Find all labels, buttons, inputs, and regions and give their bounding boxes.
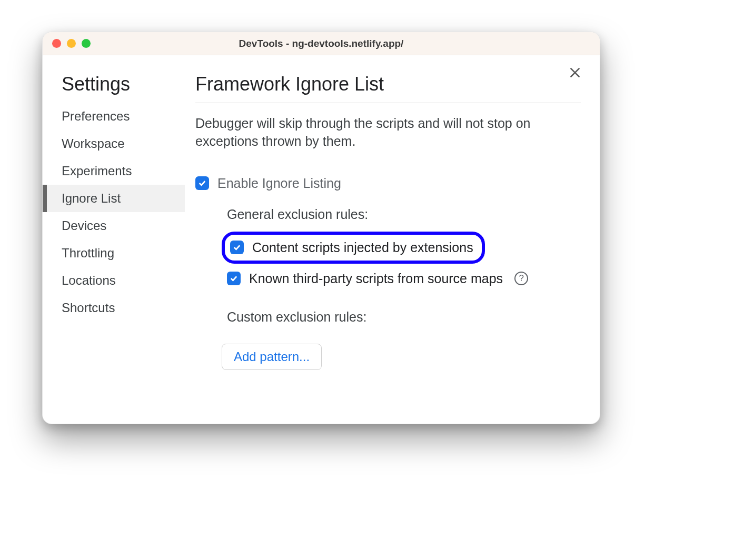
content-scripts-checkbox[interactable]	[230, 241, 244, 254]
enable-ignore-listing-checkbox[interactable]	[195, 176, 209, 190]
sidebar-item-locations[interactable]: Locations	[43, 267, 185, 294]
sidebar-item-label: Locations	[62, 273, 116, 287]
sidebar: Settings Preferences Workspace Experimen…	[43, 73, 185, 392]
content-scripts-highlight: Content scripts injected by extensions	[222, 232, 485, 264]
traffic-lights	[52, 39, 91, 48]
sidebar-item-label: Experiments	[62, 164, 132, 178]
close-icon[interactable]	[568, 66, 582, 82]
sidebar-item-label: Shortcuts	[62, 301, 115, 315]
titlebar: DevTools - ng-devtools.netlify.app/	[43, 32, 600, 55]
custom-rules-heading: Custom exclusion rules:	[227, 309, 581, 325]
window-close-button[interactable]	[52, 39, 61, 48]
window-zoom-button[interactable]	[82, 39, 91, 48]
window-minimize-button[interactable]	[67, 39, 76, 48]
sidebar-item-throttling[interactable]: Throttling	[43, 239, 185, 267]
third-party-row: Known third-party scripts from source ma…	[227, 271, 581, 286]
sidebar-item-preferences[interactable]: Preferences	[43, 103, 185, 130]
enable-ignore-listing-label: Enable Ignore Listing	[217, 176, 341, 191]
content-scripts-label: Content scripts injected by extensions	[252, 240, 473, 255]
add-pattern-button[interactable]: Add pattern...	[222, 344, 322, 370]
content-area: Settings Preferences Workspace Experimen…	[43, 55, 600, 424]
sidebar-item-label: Preferences	[62, 109, 130, 123]
settings-window: DevTools - ng-devtools.netlify.app/ Sett…	[42, 32, 600, 424]
sidebar-item-devices[interactable]: Devices	[43, 212, 185, 239]
sidebar-item-label: Throttling	[62, 246, 114, 260]
main-panel: Framework Ignore List Debugger will skip…	[185, 73, 600, 392]
window-title: DevTools - ng-devtools.netlify.app/	[43, 38, 600, 49]
sidebar-item-label: Workspace	[62, 136, 125, 151]
page-title: Framework Ignore List	[195, 73, 581, 103]
general-rules-heading: General exclusion rules:	[227, 207, 581, 222]
sidebar-item-experiments[interactable]: Experiments	[43, 157, 185, 185]
enable-ignore-listing-row: Enable Ignore Listing	[195, 176, 581, 191]
sidebar-item-shortcuts[interactable]: Shortcuts	[43, 294, 185, 322]
sidebar-item-label: Ignore List	[62, 191, 121, 205]
third-party-checkbox[interactable]	[227, 272, 241, 285]
sidebar-item-workspace[interactable]: Workspace	[43, 130, 185, 157]
custom-rules-section: Custom exclusion rules: Add pattern...	[195, 309, 581, 370]
sidebar-item-label: Devices	[62, 218, 106, 233]
page-description: Debugger will skip through the scripts a…	[195, 115, 574, 151]
third-party-label: Known third-party scripts from source ma…	[249, 271, 503, 286]
sidebar-item-ignore-list[interactable]: Ignore List	[43, 185, 185, 212]
help-icon[interactable]: ?	[514, 272, 528, 285]
sidebar-title: Settings	[43, 73, 185, 103]
